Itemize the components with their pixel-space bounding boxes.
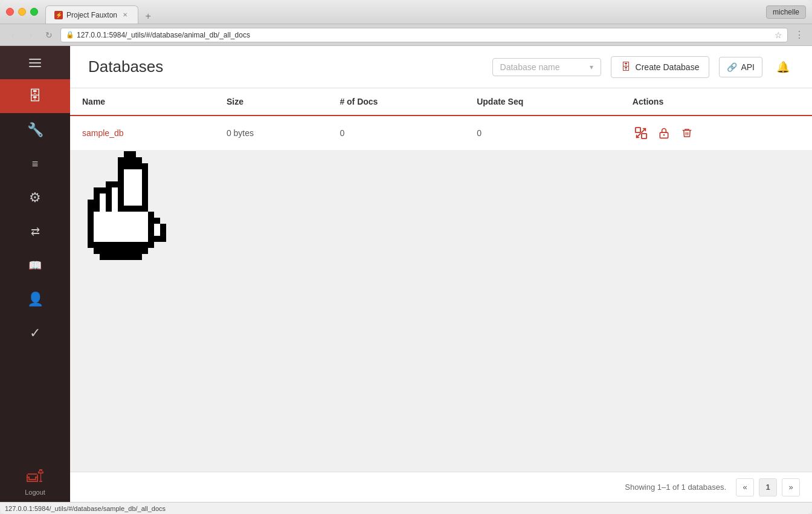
sidebar-bottom: 🛋 Logout: [0, 460, 70, 502]
status-bar: 127.0.0.1:5984/_utils/#/database/sample_…: [0, 502, 812, 514]
header-right: Database name ▾ 🗄 Create Database 🔗 API: [492, 56, 794, 78]
logout-button[interactable]: 🛋 Logout: [0, 460, 70, 502]
action-icons: [633, 125, 800, 142]
sidebar-top: 🗄 🔧 ≡ ⚙ ⇄: [0, 46, 70, 350]
app-content: 🗄 🔧 ≡ ⚙ ⇄: [0, 46, 812, 502]
table-body: sample_db 0 bytes 0 0: [70, 115, 812, 151]
user-icon: 👤: [27, 291, 44, 307]
sidebar-item-verify[interactable]: ✓: [0, 316, 70, 350]
new-tab-button[interactable]: +: [141, 9, 155, 24]
next-page-button[interactable]: »: [782, 478, 800, 496]
top-header: Databases Database name ▾ 🗄 Create Datab…: [70, 46, 812, 88]
pagination-bar: Showing 1–1 of 1 databases. « 1 »: [70, 472, 812, 502]
create-db-icon: 🗄: [621, 62, 631, 73]
main-content: Databases Database name ▾ 🗄 Create Datab…: [70, 46, 812, 502]
address-url: 127.0.0.1:5984/_utils/#/database/animal_…: [77, 31, 250, 39]
databases-table: Name Size # of Docs Update Seq Actions s…: [70, 88, 812, 151]
db-update-seq-cell: 0: [465, 115, 620, 151]
couch-icon: 🛋: [27, 466, 44, 486]
column-update-seq: Update Seq: [465, 88, 620, 115]
docs-icon: 📖: [28, 259, 42, 272]
current-page[interactable]: 1: [759, 478, 777, 496]
user-button[interactable]: michelle: [766, 5, 806, 19]
maximize-button[interactable]: [30, 8, 38, 16]
lock-icon: 🔒: [66, 31, 74, 39]
db-name-placeholder: Database name: [500, 62, 560, 72]
column-name: Name: [70, 88, 214, 115]
address-bar[interactable]: 🔒 127.0.0.1:5984/_utils/#/database/anima…: [60, 28, 788, 42]
sidebar-item-docs[interactable]: 📖: [0, 249, 70, 282]
sidebar-item-user[interactable]: 👤: [0, 282, 70, 316]
create-database-button[interactable]: 🗄 Create Database: [611, 56, 710, 78]
api-label: API: [741, 62, 755, 72]
db-actions-cell: [620, 115, 812, 151]
pagination-info: Showing 1–1 of 1 databases.: [625, 483, 726, 492]
minimize-button[interactable]: [18, 8, 26, 16]
column-size: Size: [214, 88, 327, 115]
sidebar: 🗄 🔧 ≡ ⚙ ⇄: [0, 46, 70, 502]
bell-icon: 🔔: [776, 60, 790, 74]
db-docs-cell: 0: [327, 115, 465, 151]
db-size-cell: 0 bytes: [214, 115, 327, 151]
settings-icon: ⚙: [29, 190, 41, 206]
sidebar-item-settings[interactable]: ⚙: [0, 181, 70, 215]
tab-favicon: [54, 11, 63, 19]
dropdown-arrow-icon: ▾: [590, 63, 593, 71]
create-db-label: Create Database: [636, 62, 700, 72]
sidebar-hamburger[interactable]: [0, 46, 70, 79]
close-button[interactable]: [6, 8, 14, 16]
svg-rect-0: [636, 128, 640, 132]
status-url: 127.0.0.1:5984/_utils/#/database/sample_…: [5, 505, 166, 512]
notifications-button[interactable]: 🔔: [772, 56, 794, 78]
tools-icon: 🔧: [27, 122, 44, 138]
forward-button[interactable]: ›: [24, 28, 37, 42]
back-button[interactable]: ‹: [6, 28, 19, 42]
svg-rect-1: [642, 134, 646, 138]
replication-icon: ⇄: [31, 225, 40, 238]
api-button[interactable]: 🔗 API: [719, 57, 762, 77]
traffic-lights: [6, 8, 38, 16]
db-name-cell: sample_db: [70, 115, 214, 151]
database-name-dropdown[interactable]: Database name ▾: [492, 58, 601, 76]
browser-tab[interactable]: Project Fauxton ✕: [45, 5, 138, 24]
delete-button[interactable]: [678, 125, 695, 142]
bookmark-icon[interactable]: ☆: [775, 30, 782, 40]
tab-close-button[interactable]: ✕: [121, 11, 129, 19]
tab-bar: Project Fauxton ✕ +: [45, 0, 155, 24]
api-link-icon: 🔗: [727, 62, 737, 72]
database-link[interactable]: sample_db: [82, 128, 124, 138]
verify-icon: ✓: [30, 325, 40, 341]
sidebar-item-documents[interactable]: ≡: [0, 147, 70, 181]
page-title: Databases: [88, 57, 492, 76]
table-row: sample_db 0 bytes 0 0: [70, 115, 812, 151]
tab-title: Project Fauxton: [66, 11, 117, 19]
titlebar: Project Fauxton ✕ + michelle: [0, 0, 812, 24]
table-area: Name Size # of Docs Update Seq Actions s…: [70, 88, 812, 472]
list-icon: ≡: [32, 158, 39, 171]
sidebar-item-databases[interactable]: 🗄: [0, 79, 70, 113]
prev-page-button[interactable]: «: [736, 478, 754, 496]
database-icon: 🗄: [28, 88, 42, 104]
addressbar: ‹ › ↻ 🔒 127.0.0.1:5984/_utils/#/database…: [0, 24, 812, 46]
column-docs: # of Docs: [327, 88, 465, 115]
sidebar-item-replication[interactable]: ⇄: [0, 215, 70, 249]
column-actions: Actions: [620, 88, 812, 115]
logout-label: Logout: [25, 489, 45, 496]
hamburger-icon: [29, 59, 41, 67]
browser-menu-button[interactable]: ⋮: [793, 28, 806, 42]
refresh-button[interactable]: ↻: [42, 28, 56, 42]
svg-point-3: [663, 134, 665, 136]
table-header: Name Size # of Docs Update Seq Actions: [70, 88, 812, 115]
sidebar-item-tools[interactable]: 🔧: [0, 113, 70, 147]
replicate-button[interactable]: [633, 125, 649, 142]
permissions-button[interactable]: [656, 125, 672, 142]
